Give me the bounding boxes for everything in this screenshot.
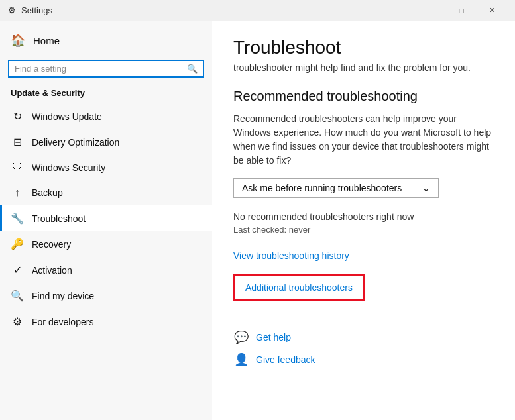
sidebar-item-label: Recovery (32, 239, 71, 250)
find-my-device-icon: 🔍 (11, 289, 24, 302)
sidebar-item-delivery-optimization[interactable]: ⊟ Delivery Optimization (0, 129, 212, 155)
sidebar-item-label: Backup (32, 187, 63, 198)
sidebar-item-recovery[interactable]: 🔑 Recovery (0, 231, 212, 257)
recovery-icon: 🔑 (11, 238, 24, 250)
sidebar-item-label: Delivery Optimization (32, 137, 119, 148)
search-icon: 🔍 (187, 64, 198, 74)
sidebar-item-troubleshoot[interactable]: 🔧 Troubleshoot (0, 205, 212, 231)
additional-troubleshooters-link[interactable]: Additional troubleshooters (245, 282, 353, 293)
activation-icon: ✓ (11, 264, 24, 276)
minimize-button[interactable]: ─ (416, 0, 446, 21)
intro-text: troubleshooter might help find and fix t… (233, 62, 494, 73)
app-body: 🏠 Home 🔍 Update & Security ↻ Windows Upd… (0, 21, 515, 420)
settings-icon: ⚙ (8, 5, 16, 15)
get-help-icon: 💬 (233, 330, 249, 344)
chevron-down-icon: ⌄ (422, 183, 430, 193)
sidebar-item-backup[interactable]: ↑ Backup (0, 180, 212, 205)
sidebar-item-label: Troubleshoot (32, 213, 86, 224)
sidebar-item-label: Activation (32, 265, 72, 276)
get-help-link[interactable]: Get help (256, 332, 291, 342)
windows-security-icon: 🛡 (11, 162, 24, 174)
sidebar-item-activation[interactable]: ✓ Activation (0, 257, 212, 283)
main-content: Troubleshoot troubleshooter might help f… (212, 21, 515, 420)
last-checked-text: Last checked: never (233, 225, 494, 235)
sidebar-item-label: Find my device (32, 291, 94, 301)
sidebar: 🏠 Home 🔍 Update & Security ↻ Windows Upd… (0, 21, 212, 420)
status-text: No recommended troubleshooters right now (233, 211, 494, 222)
help-items: 💬 Get help 👤 Give feedback (233, 330, 494, 367)
for-developers-icon: ⚙ (11, 315, 24, 328)
give-feedback-icon: 👤 (233, 352, 249, 367)
maximize-button[interactable]: □ (446, 0, 477, 21)
close-button[interactable]: ✕ (477, 0, 507, 21)
view-history-link[interactable]: View troubleshooting history (233, 250, 349, 261)
page-title: Troubleshoot (233, 37, 494, 58)
sidebar-item-label: Windows Update (32, 111, 102, 122)
sidebar-section-title: Update & Security (0, 85, 212, 103)
delivery-optimization-icon: ⊟ (11, 136, 24, 148)
sidebar-home-label: Home (33, 35, 60, 46)
recommended-section-title: Recommended troubleshooting (233, 89, 494, 104)
windows-update-icon: ↻ (11, 110, 24, 123)
troubleshooter-dropdown[interactable]: Ask me before running troubleshooters ⌄ (233, 178, 439, 198)
recommended-description: Recommended troubleshooters can help imp… (233, 112, 494, 168)
sidebar-item-windows-update[interactable]: ↻ Windows Update (0, 103, 212, 129)
give-feedback-link[interactable]: Give feedback (256, 354, 315, 365)
get-help-item[interactable]: 💬 Get help (233, 330, 494, 344)
sidebar-item-home[interactable]: 🏠 Home (0, 26, 212, 54)
additional-troubleshooters-container: Additional troubleshooters (233, 274, 365, 301)
search-box[interactable]: 🔍 (8, 60, 204, 78)
title-bar: ⚙ Settings ─ □ ✕ (0, 0, 515, 21)
sidebar-item-windows-security[interactable]: 🛡 Windows Security (0, 155, 212, 180)
dropdown-value: Ask me before running troubleshooters (242, 183, 402, 193)
backup-icon: ↑ (11, 187, 24, 199)
sidebar-item-for-developers[interactable]: ⚙ For developers (0, 309, 212, 335)
troubleshoot-icon: 🔧 (11, 212, 24, 225)
search-input[interactable] (15, 64, 187, 74)
home-icon: 🏠 (11, 33, 25, 48)
give-feedback-item[interactable]: 👤 Give feedback (233, 352, 494, 367)
sidebar-item-label: For developers (32, 317, 93, 327)
sidebar-item-label: Windows Security (32, 162, 105, 173)
sidebar-item-find-my-device[interactable]: 🔍 Find my device (0, 283, 212, 309)
title-bar-controls: ─ □ ✕ (416, 0, 507, 21)
title-bar-title: Settings (21, 5, 52, 15)
